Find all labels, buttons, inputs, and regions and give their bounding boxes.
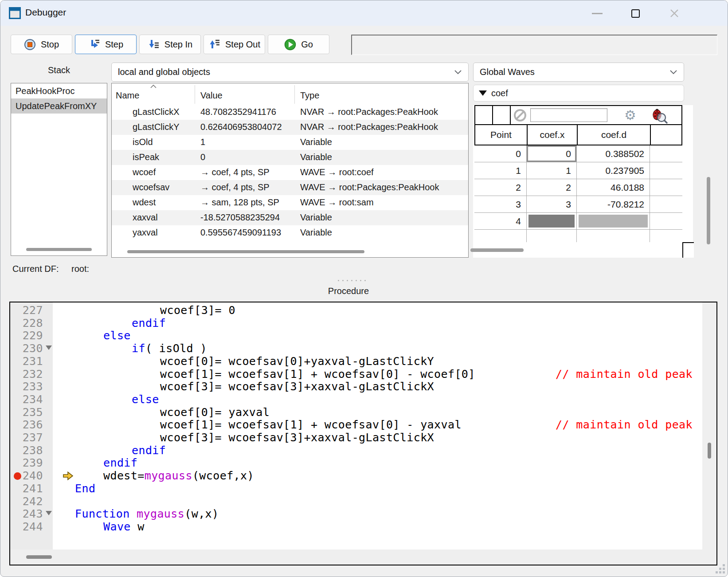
line-number[interactable]: 228 <box>10 317 43 330</box>
fold-collapse-icon[interactable] <box>46 511 52 515</box>
wave-coefd-cell[interactable]: 0.388502 <box>577 145 650 162</box>
column-header-coefx[interactable]: coef.x <box>528 125 578 145</box>
code-line[interactable]: 238endif <box>10 444 702 457</box>
column-header-value[interactable]: Value <box>200 90 223 101</box>
code-line[interactable]: 235wcoef[0]= yaxval <box>10 406 702 419</box>
code-hscrollbar-track[interactable] <box>10 550 716 565</box>
waves-scope-select[interactable]: Global Waves <box>473 63 684 82</box>
variable-row[interactable]: xaxval-18.5270588235294Variable <box>112 210 468 225</box>
variable-value: 0.626406953804072 <box>200 122 282 132</box>
code-line[interactable]: 227wcoef[3]= 0 <box>10 304 702 317</box>
wave-coefd-cell[interactable]: 0.237905 <box>577 162 650 179</box>
line-number[interactable]: 239 <box>10 456 43 469</box>
variable-row[interactable]: isOld1Variable <box>112 135 468 150</box>
line-number[interactable]: 238 <box>10 444 43 457</box>
line-number[interactable]: 234 <box>10 393 43 406</box>
go-button[interactable]: Go <box>268 35 329 54</box>
code-line[interactable]: 242 <box>10 495 702 508</box>
line-number[interactable]: 232 <box>10 368 43 381</box>
stack-hscrollbar[interactable] <box>26 248 92 251</box>
wave-point-cell[interactable]: 0 <box>474 145 527 162</box>
code-line[interactable]: 231wcoef[0]= wcoefsav[0]+yaxval-gLastCli… <box>10 355 702 368</box>
expand-triangle-icon[interactable] <box>479 90 487 96</box>
line-number[interactable]: 235 <box>10 406 43 419</box>
code-line[interactable]: 236wcoef[1]= wcoefsav[1] + wcoefsav[0] -… <box>10 418 702 431</box>
variable-row[interactable]: gLastClickX48.7082352941176NVAR → root:P… <box>112 105 468 120</box>
wave-point-cell[interactable]: 1 <box>474 162 527 179</box>
code-text: else <box>132 393 159 406</box>
wave-coefd-cell[interactable]: 46.0188 <box>577 179 650 196</box>
wave-point-cell[interactable]: 4 <box>474 213 527 229</box>
code-line[interactable]: 239endif <box>10 456 702 469</box>
wave-coefx-cell[interactable] <box>527 213 577 229</box>
stack-frame-item[interactable]: PeakHookProc <box>11 83 107 98</box>
wave-point-cell[interactable]: 2 <box>474 179 527 196</box>
step-in-button[interactable]: Step In <box>139 35 201 54</box>
line-number[interactable]: 237 <box>10 431 43 444</box>
wave-coefd-cell[interactable] <box>577 213 650 229</box>
maximize-button[interactable] <box>622 7 649 20</box>
wave-tree-item-coef[interactable]: coef <box>473 85 684 102</box>
column-header-name[interactable]: Name <box>116 90 139 101</box>
minimize-button[interactable] <box>584 7 611 20</box>
wave-point-cell[interactable]: 3 <box>474 196 527 212</box>
code-line[interactable]: 229else <box>10 329 702 342</box>
variable-row[interactable]: gLastClickY0.626406953804072NVAR → root:… <box>112 120 468 135</box>
code-vscrollbar-track[interactable] <box>702 302 716 550</box>
debug-bug-icon[interactable] <box>652 108 668 124</box>
code-hscrollbar-thumb[interactable] <box>26 555 52 559</box>
code-line[interactable]: 243Function mygauss(w,x) <box>10 507 702 520</box>
step-button[interactable]: Step <box>75 35 137 54</box>
line-number[interactable]: 227 <box>10 304 43 317</box>
line-number[interactable]: 231 <box>10 355 43 368</box>
gear-icon[interactable]: ⚙ <box>624 107 636 123</box>
column-header-type[interactable]: Type <box>300 90 319 101</box>
wave-coefd-cell[interactable]: -70.8212 <box>577 196 650 212</box>
code-line[interactable]: 233wcoef[3]= wcoefsav[3]+xaxval-gLastCli… <box>10 380 702 393</box>
close-button[interactable] <box>661 7 688 20</box>
code-line[interactable]: 244Wave w <box>10 520 702 533</box>
line-number[interactable]: 242 <box>10 495 43 508</box>
wave-filter-input[interactable] <box>530 108 607 122</box>
column-header-coefd[interactable]: coef.d <box>578 125 651 145</box>
resize-grip[interactable] <box>713 564 725 575</box>
code-vscrollbar-thumb[interactable] <box>708 443 711 459</box>
line-number[interactable]: 233 <box>10 380 43 393</box>
line-number[interactable]: 236 <box>10 418 43 431</box>
column-header-point[interactable]: Point <box>475 125 528 145</box>
waves-toolbar-cell[interactable] <box>475 106 493 124</box>
wave-coefx-cell[interactable]: 0 <box>527 145 577 162</box>
variable-row[interactable]: wcoef→ coef, 4 pts, SPWAVE → root:coef <box>112 165 468 180</box>
variable-row[interactable]: isPeak0Variable <box>112 150 468 165</box>
variable-row[interactable]: yaxval0.595567459091193Variable <box>112 225 468 240</box>
variable-scope-select[interactable]: local and global objects <box>111 63 469 82</box>
code-content[interactable]: 227wcoef[3]= 0228endif229else230if( isOl… <box>10 302 702 550</box>
line-number[interactable]: 230 <box>10 342 43 355</box>
code-line[interactable]: 240wdest=mygauss(wcoef,x) <box>10 469 702 482</box>
line-number[interactable]: 229 <box>10 329 43 342</box>
waves-toolbar-cell[interactable] <box>493 106 511 124</box>
line-number[interactable]: 241 <box>10 482 43 495</box>
waves-hscrollbar[interactable] <box>470 248 524 252</box>
line-number[interactable]: 244 <box>10 520 43 533</box>
stack-frame-item[interactable]: UpdatePeakFromXY <box>11 98 107 114</box>
wave-coefx-cell[interactable]: 3 <box>527 196 577 212</box>
wave-coefx-cell[interactable]: 1 <box>527 162 577 179</box>
waves-vscrollbar[interactable] <box>707 177 710 244</box>
code-line[interactable]: 230if( isOld ) <box>10 342 702 355</box>
code-line[interactable]: 237wcoef[3]= wcoefsav[3]+xaxval-gLastCli… <box>10 431 702 444</box>
code-line[interactable]: 228endif <box>10 317 702 330</box>
line-number[interactable]: 243 <box>10 507 43 520</box>
step-out-button[interactable]: Step Out <box>204 35 265 54</box>
wave-coefx-cell[interactable]: 2 <box>527 179 577 196</box>
code-line[interactable]: 232wcoef[1]= wcoefsav[1] + wcoefsav[0] -… <box>10 368 702 381</box>
code-line[interactable]: 241End <box>10 482 702 495</box>
variable-row[interactable]: wdest→ sam, 128 pts, SPWAVE → root:sam <box>112 195 468 210</box>
code-line[interactable]: 234else <box>10 393 702 406</box>
splitter-handle[interactable] <box>334 279 369 282</box>
line-number[interactable]: 240 <box>10 469 43 482</box>
variable-row[interactable]: wcoefsav→ coef, 4 pts, SPWAVE → root:Pac… <box>112 180 468 195</box>
stop-button[interactable]: Stop <box>11 35 72 54</box>
fold-collapse-icon[interactable] <box>46 345 52 350</box>
variables-hscrollbar[interactable] <box>127 250 364 253</box>
